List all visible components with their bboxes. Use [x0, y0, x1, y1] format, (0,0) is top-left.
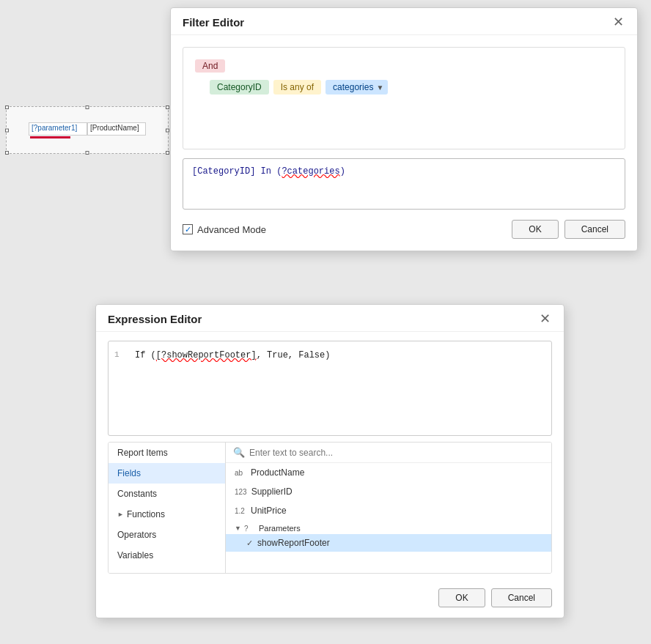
filter-dialog-title: Filter Editor [183, 16, 244, 29]
right-item-supplierid-label: SupplierID [251, 486, 293, 497]
advanced-left: ✓ Advanced Mode [183, 224, 266, 235]
right-list-item-productname[interactable]: ab ProductName [226, 463, 551, 482]
filter-expression-text[interactable]: [CategoryID] In (?categories) [183, 158, 625, 210]
filter-value-dropdown-arrow: ▼ [376, 84, 383, 92]
expr-dialog-titlebar: Expression Editor ✕ [96, 305, 564, 332]
panel-item-variables[interactable]: Variables [108, 545, 225, 566]
expr-code: If ([?showReportFooter], True, False) [135, 350, 330, 360]
expr-dialog-title: Expression Editor [108, 313, 202, 325]
filter-operator-badge[interactable]: Is any of [273, 80, 321, 95]
expr-ok-button[interactable]: OK [438, 588, 485, 607]
right-list-item-unitprice[interactable]: 1.2 UnitPrice [226, 501, 551, 520]
filter-dialog-close-button[interactable]: ✕ [611, 15, 625, 29]
expr-text-normal: [CategoryID] In ( [192, 166, 282, 177]
handle-tm[interactable] [86, 106, 89, 109]
expr-bottom-panel: Report Items Fields Constants ► Function… [108, 442, 552, 574]
parameter-item-showreportfooter[interactable]: ✓ showReportFooter [226, 534, 551, 552]
advanced-mode-checkbox[interactable]: ✓ [183, 224, 193, 234]
expr-code-suffix: , True, False) [257, 350, 331, 360]
expr-line-number: 1 [114, 350, 129, 359]
panel-item-functions[interactable]: ► Functions [108, 504, 225, 525]
parameters-section-label: Parameters [259, 524, 301, 533]
filter-value-text: categories [333, 82, 373, 92]
filter-dialog-buttons: OK Cancel [512, 220, 625, 239]
right-item-unitprice-label: UnitPrice [251, 506, 287, 516]
expr-right-panel: 🔍 ab ProductName 123 SupplierID 1.2 Unit… [226, 443, 551, 573]
panel-item-constants-label: Constants [117, 489, 157, 499]
filter-row: CategoryID Is any of categories ▼ [210, 80, 613, 95]
panel-item-constants[interactable]: Constants [108, 484, 225, 504]
advanced-mode-label: Advanced Mode [197, 224, 266, 235]
type-icon-12: 1.2 [235, 507, 246, 515]
right-item-productname-label: ProductName [251, 467, 304, 478]
right-list-item-supplierid[interactable]: 123 SupplierID [226, 482, 551, 501]
expr-left-panel: Report Items Fields Constants ► Function… [108, 443, 226, 573]
handle-tr[interactable] [166, 106, 169, 109]
handle-br[interactable] [166, 151, 169, 155]
panel-item-operators-label: Operators [117, 530, 156, 540]
handle-bl[interactable] [5, 151, 9, 155]
parameter-item-label: showReportFooter [257, 538, 330, 548]
panel-item-report-items-label: Report Items [117, 448, 168, 458]
panel-arrow-functions: ► [117, 511, 124, 518]
expr-line-1: 1 If ([?showReportFooter], True, False) [108, 349, 551, 362]
type-icon-123: 123 [235, 488, 247, 496]
filter-condition-box: And CategoryID Is any of categories ▼ [183, 47, 625, 149]
expr-code-if-prefix: If ( [135, 350, 156, 360]
handle-mr[interactable] [166, 128, 169, 132]
handle-ml[interactable] [5, 128, 9, 132]
filter-advanced-row: ✓ Advanced Mode OK Cancel [183, 220, 625, 239]
parameters-section-header[interactable]: ▼ ? Parameters [226, 520, 551, 534]
search-icon: 🔍 [233, 447, 245, 458]
handle-bm[interactable] [86, 151, 89, 155]
expr-code-param: [?showReportFooter] [156, 350, 257, 360]
expr-text-end: ) [340, 166, 345, 177]
filter-editor-dialog: Filter Editor ✕ And CategoryID Is any of… [170, 7, 638, 251]
filter-cancel-button[interactable]: Cancel [564, 220, 625, 239]
panel-item-report-items[interactable]: Report Items [108, 443, 225, 463]
expr-dialog-footer: OK Cancel [96, 582, 564, 618]
parameters-triangle-icon: ▼ [235, 525, 241, 532]
expr-text-underlined: ?categories [282, 166, 339, 177]
filter-field-badge[interactable]: CategoryID [210, 80, 269, 95]
expr-dialog-close-button[interactable]: ✕ [538, 312, 552, 325]
and-badge[interactable]: And [195, 59, 225, 73]
panel-item-fields-label: Fields [117, 468, 141, 478]
background-table-widget: [?parameter1] [ProductName] [6, 106, 169, 154]
expr-cancel-button[interactable]: Cancel [491, 588, 552, 607]
panel-item-fields[interactable]: Fields [108, 463, 225, 484]
filter-ok-button[interactable]: OK [512, 220, 558, 239]
panel-item-operators[interactable]: Operators [108, 525, 225, 545]
expr-search-row: 🔍 [226, 443, 551, 463]
handle-tl[interactable] [5, 106, 9, 109]
type-icon-ab: ab [235, 469, 246, 477]
panel-item-variables-label: Variables [117, 550, 153, 560]
expr-editor-area[interactable]: 1 If ([?showReportFooter], True, False) [108, 341, 552, 436]
filter-dialog-content: And CategoryID Is any of categories ▼ [C… [171, 35, 637, 251]
expression-editor-dialog: Expression Editor ✕ 1 If ([?showReportFo… [95, 304, 564, 618]
type-icon-param: ? [244, 525, 256, 533]
search-input[interactable] [249, 448, 544, 458]
filter-dialog-titlebar: Filter Editor ✕ [171, 8, 637, 35]
checkmark-icon: ✓ [246, 538, 253, 548]
filter-value-badge[interactable]: categories ▼ [326, 80, 388, 95]
panel-item-functions-label: Functions [127, 509, 165, 519]
